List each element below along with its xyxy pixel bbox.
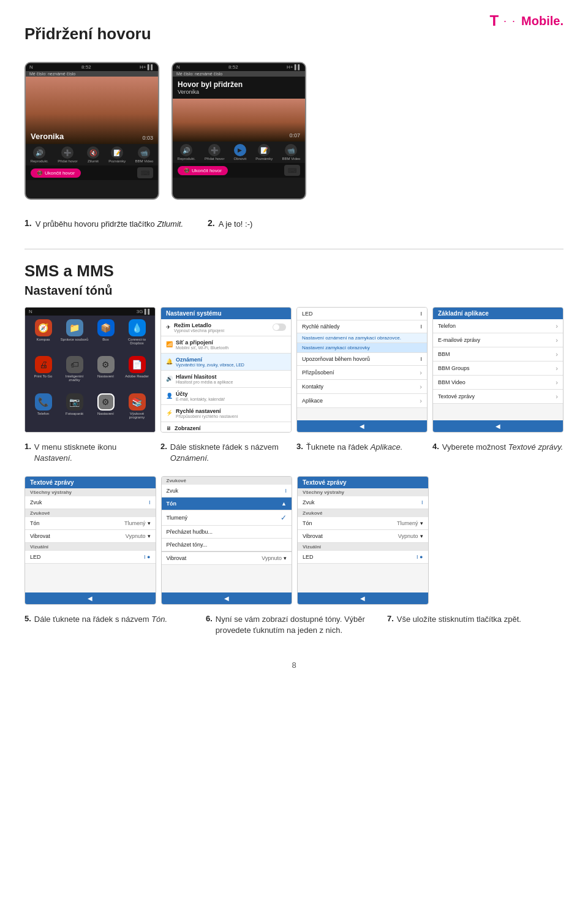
call-screenshot-2: N 8:52 H+ ▌▌ Mé číslo: neznámé číslo Hov…: [172, 62, 306, 200]
textove-zpravy-2-screenshot: Textové zprávy Všechny výstrahy Zvuk I Z…: [297, 476, 429, 605]
tv2-vibrovat: Vibrovat Vypnuto▾: [298, 530, 428, 543]
nastaveni-systemu-screenshot: Nastavení systému ✈Režim LetadloVypnout …: [160, 307, 292, 433]
ton-zvuk: Zvuk I: [162, 485, 292, 498]
aplikace-header: Základní aplikace: [433, 308, 563, 319]
tv2-ton[interactable]: Tón Tlumený▾: [298, 517, 428, 530]
ton-step-num-6: 6.: [206, 614, 213, 623]
ton-prechazet-hudbu[interactable]: Přecházet hudbu...: [162, 526, 292, 539]
nastaveni-step-num-4: 4.: [432, 442, 439, 451]
ton-screenshots-row: Textové zprávy Všechny výstrahy Zvuk I Z…: [24, 476, 564, 605]
section-divider: [24, 249, 564, 249]
status-left: N: [29, 64, 33, 70]
nastaveni-item-letadlo: ✈Režim LetadloVypnout všechna připojení: [161, 319, 291, 336]
instruction-2: 2. A je to! :-): [208, 218, 252, 230]
aplikace-item-textove[interactable]: Textové zprávy ›: [433, 390, 563, 404]
instruction-1: 1. V průběhu hovoru přidržte tlačítko Zt…: [24, 218, 183, 230]
nastaveni-item-oznámení[interactable]: 🔔OznámeníVyzváněcí tóny, zvuky, vibrace,…: [161, 354, 291, 371]
aplikace-item-email: E-mailové zprávy ›: [433, 333, 563, 347]
tv1-vizualni: Vizuální: [25, 543, 156, 551]
aplikace-item-telefon: Telefon ›: [433, 319, 563, 333]
tv1-vsechny: Všechny výstrahy: [25, 488, 156, 496]
call-screenshot-1: N 8:52 H+ ▌▌ Mé číslo: neznámé číslo Ver…: [24, 62, 159, 200]
tv1-led: LED I ●: [25, 551, 156, 564]
aplikace-item-bbmgroups: BBM Groups ›: [433, 361, 563, 376]
status-time: 8:52: [81, 64, 91, 70]
aplikace-screenshot: Základní aplikace Telefon › E-mailové zp…: [432, 307, 564, 433]
nastaveni-step-text-1: V menu stisknete ikonu Nastavení.: [34, 442, 156, 464]
led-item-kontakty: Kontakty ›: [297, 380, 427, 394]
nastaveni-item-hlasitost: 🔊Hlavní hlasitostHlasitost pro média a a…: [161, 371, 291, 388]
tv2-zvuk: Zvuk I: [298, 496, 428, 509]
ton-placeholder: [434, 476, 564, 605]
ton-vibrovat: Vibrovat Vypnuto▾: [162, 552, 292, 565]
tv2-back-btn[interactable]: ◀: [298, 592, 428, 604]
top-screenshots-row: N 8:52 H+ ▌▌ Mé číslo: neznámé číslo Ver…: [24, 62, 564, 200]
nastaveni-item-sit: 📶Síť a připojeníMobilní síť, Wi-Fi, Blue…: [161, 336, 291, 354]
nastaveni-step-num-3: 3.: [296, 442, 303, 451]
app-icon-kompas: 🧭 Kompas: [29, 319, 58, 354]
nastaveni-step-3: 3. Ťuknete na řádek Aplikace.: [296, 442, 428, 464]
nastaveni-subtitle: Nastavení tónů: [24, 284, 564, 298]
tv2-vsechny: Všechny výstrahy: [298, 488, 428, 496]
ton-step-num-5: 5.: [24, 614, 31, 623]
page-title: Přidržení hovoru: [24, 25, 564, 44]
aplikace-back-btn[interactable]: ◀: [433, 420, 563, 432]
end-call-label-2: Ukončit hovor: [192, 168, 222, 173]
app-icons-grid: 🧭 Kompas 📁 Správce souborů 📦 Box 💧 Conne…: [25, 316, 155, 432]
ton-step-7: 7. Vše uložíte stisknutím tlačítka zpět.: [387, 614, 564, 636]
status-time-2: 8:52: [228, 64, 238, 70]
nastaveni-steps-row: 1. V menu stisknete ikonu Nastavení. 2. …: [24, 442, 564, 464]
ton-prechazet-tony[interactable]: Přecházet tóny...: [162, 539, 292, 551]
instruction-text-1: V průběhu hovoru přidržte tlačítko Ztlum…: [36, 218, 183, 230]
nastaveni-systemu-header: Nastavení systému: [161, 308, 291, 319]
tv1-zvuk: Zvuk I: [25, 496, 156, 509]
hold-overlay: Hovor byl přidržen Veronika: [173, 77, 305, 99]
tv1-back-btn[interactable]: ◀: [25, 592, 156, 604]
led-item-upoz: Upozorňovat během hovorů I: [297, 353, 427, 366]
tv1-zvukove: Zvukové: [25, 509, 156, 517]
tv1-ton[interactable]: Tón Tlumený▾: [25, 517, 156, 530]
ton-zvukove: Zvukové: [162, 477, 292, 485]
nastaveni-step-4: 4. Vyberete možnost Textové zprávy.: [432, 442, 564, 464]
led-item-led: LED I: [297, 308, 427, 320]
call-actions-2: 🔊 Reprodukt. ➕ Přidat hovor ▶ Obnovit 📝 …: [173, 142, 305, 163]
tmobile-logo: T · · Mobile.: [489, 12, 564, 29]
app-icon-telefon: 📞 Telefon: [29, 393, 58, 428]
ton-tlumeny[interactable]: Tlumený ✓: [162, 510, 292, 526]
app-icon-znacky: 🏷 Inteligentní značky: [60, 356, 89, 391]
led-item-prizp: Přizpůsobení ›: [297, 366, 427, 380]
call-actions-1: 🔊 Reprodukt. ➕ Přidat hovor 🔇 Ztlumit 📝 …: [26, 144, 158, 165]
ton-step-5: 5. Dále ťuknete na řádek s názvem Tón.: [24, 614, 201, 636]
instruction-num-2: 2.: [208, 218, 215, 230]
ton-steps-row: 5. Dále ťuknete na řádek s názvem Tón. 6…: [24, 614, 564, 636]
status-signal-2: H+ ▌▌: [287, 64, 301, 70]
t-logo-mobile: Mobile.: [521, 14, 564, 28]
nastaveni-step-text-2: Dále stisknete řádek s názvem Oznámení.: [170, 442, 292, 464]
app-icon-dropbox: 💧 Connect to Dropbox: [123, 319, 151, 354]
end-call-row-2: 📵Ukončit hovor ⌨: [173, 163, 305, 178]
aplikace-item-bbmvideo: BBM Video ›: [433, 376, 563, 390]
nastaveni-step-1: 1. V menu stisknete ikonu Nastavení.: [24, 442, 156, 464]
call-timer-2: 0:07: [289, 132, 300, 138]
app-icon-soubory: 📁 Správce souborů: [60, 319, 89, 354]
ton-step-text-7: Vše uložíte stisknutím tlačítka zpět.: [397, 614, 521, 625]
led-back-btn[interactable]: ◀: [297, 420, 427, 432]
call-timer-1: 0:03: [142, 135, 153, 141]
app-icon-nastaveni2[interactable]: ⚙ Nastavení: [91, 393, 120, 428]
ton-ton-selected[interactable]: Tón ▲: [162, 498, 292, 510]
caller-info-2: Mé číslo: neznámé číslo: [173, 71, 305, 77]
nastaveni-item-ucty: 👤ÚčtyE-mail, kontakty, kalendář: [161, 388, 291, 405]
sms-section-title: SMS a MMS: [24, 262, 564, 281]
ton-back-btn[interactable]: ◀: [162, 592, 292, 604]
tv2-led: LED I ●: [298, 551, 428, 564]
led-item-zamykaci2[interactable]: Nastavení zamykací obrazovky: [297, 343, 427, 353]
status-signal: H+ ▌▌: [140, 64, 154, 70]
nastaveni-step-text-4: Vyberete možnost Textové zprávy.: [442, 442, 564, 453]
led-item-aplikace[interactable]: Aplikace ›: [297, 394, 427, 408]
app-icon-foto: 📷 Fotoaparát: [60, 393, 89, 428]
ton-step-text-5: Dále ťuknete na řádek s názvem Tón.: [34, 614, 167, 625]
tv1-header: Textové zprávy: [25, 477, 156, 488]
nastaveni-item-zobrazeni: 🖥Zobrazení: [161, 422, 291, 433]
status-left-2: N: [176, 64, 180, 70]
nastaveni-step-num-2: 2.: [160, 442, 167, 451]
